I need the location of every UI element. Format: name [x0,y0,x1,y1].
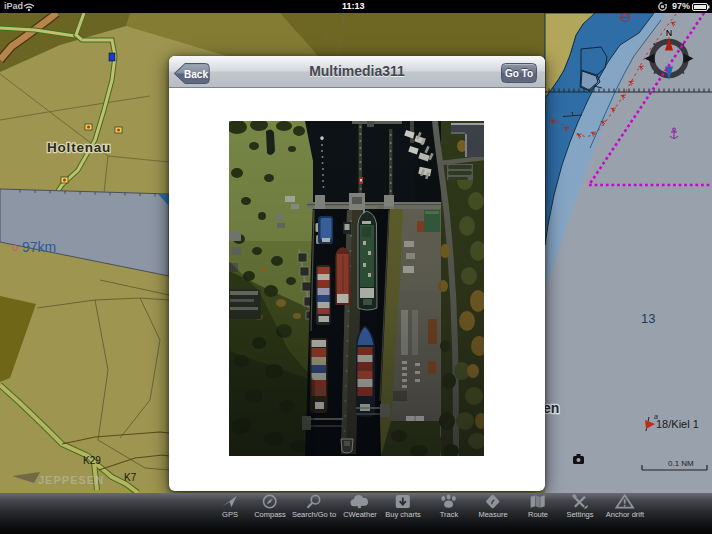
svg-text:Holtenau: Holtenau [47,140,111,155]
svg-text:a: a [654,413,658,420]
svg-text:en: en [543,400,559,416]
svg-text:K29: K29 [83,455,101,466]
svg-text:97km: 97km [22,239,56,255]
svg-text:0.1 NM: 0.1 NM [668,459,694,468]
svg-text:K7: K7 [124,472,137,483]
svg-text:Back: Back [184,69,208,80]
svg-text:13: 13 [641,311,655,326]
svg-text:N: N [666,28,673,38]
svg-text:JEPPESEN: JEPPESEN [38,474,104,486]
svg-text:18/Kiel 1: 18/Kiel 1 [656,418,699,430]
